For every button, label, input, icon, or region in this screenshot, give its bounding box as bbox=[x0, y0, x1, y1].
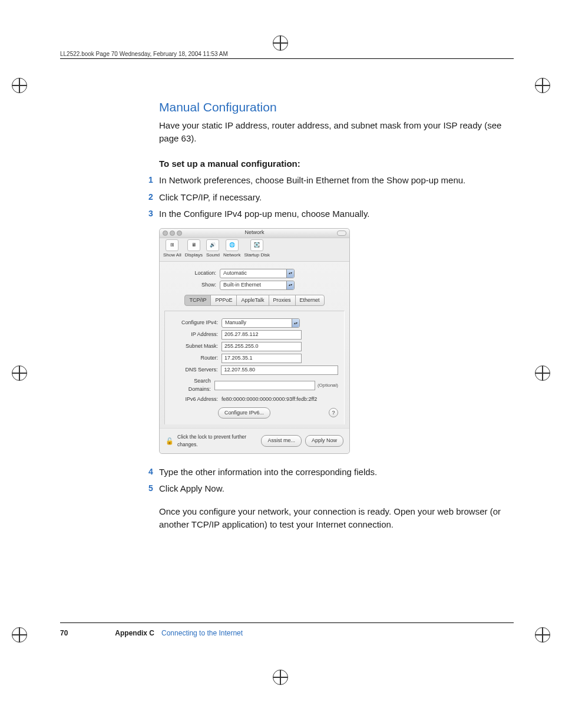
location-label: Location: bbox=[164, 269, 220, 278]
toolbar-sound[interactable]: 🔊Sound bbox=[206, 239, 220, 259]
tab-ethernet[interactable]: Ethernet bbox=[295, 295, 325, 307]
tab-bar: TCP/IP PPPoE AppleTalk Proxies Ethernet bbox=[164, 295, 345, 307]
apply-now-button[interactable]: Apply Now bbox=[305, 435, 343, 447]
step-text: In the Configure IPv4 pop-up menu, choos… bbox=[159, 209, 369, 219]
titlebar: Network bbox=[160, 229, 349, 238]
cropmark-icon bbox=[273, 35, 288, 54]
display-icon: 🖥 bbox=[187, 239, 200, 251]
router-label: Router: bbox=[171, 354, 222, 363]
framemaker-header: LL2522.book Page 70 Wednesday, February … bbox=[60, 51, 228, 57]
optional-label: (Optional) bbox=[318, 382, 338, 389]
chevron-updown-icon: ▴▾ bbox=[286, 281, 294, 289]
step-text: Click TCP/IP, if necessary. bbox=[159, 192, 262, 202]
configure-ipv4-select[interactable]: Manually ▴▾ bbox=[222, 318, 300, 328]
subnet-label: Subnet Mask: bbox=[171, 342, 222, 351]
help-icon[interactable]: ? bbox=[329, 408, 338, 417]
search-domains-field[interactable] bbox=[214, 381, 315, 390]
show-select[interactable]: Built-in Ethernet ▴▾ bbox=[220, 281, 295, 290]
cropmark-icon bbox=[535, 78, 550, 96]
intro-text: Have your static IP address, router addr… bbox=[159, 119, 504, 146]
lock-icon[interactable]: 🔓 bbox=[166, 436, 174, 446]
configure-ipv4-label: Configure IPv4: bbox=[171, 319, 222, 327]
tab-pppoe[interactable]: PPPoE bbox=[210, 295, 237, 307]
prefs-toolbar: ⊞Show All 🖥Displays 🔊Sound 🌐Network 💽Sta… bbox=[160, 238, 349, 262]
show-value: Built-in Ethernet bbox=[223, 281, 261, 289]
appendix-label: Appendix C bbox=[115, 629, 154, 637]
step-3: 3In the Configure IPv4 pop-up menu, choo… bbox=[159, 207, 504, 221]
cropmark-icon bbox=[12, 78, 27, 96]
configure-ipv4-value: Manually bbox=[225, 319, 246, 327]
assist-me-button[interactable]: Assist me... bbox=[261, 435, 302, 447]
page-number: 70 bbox=[60, 629, 68, 637]
toolbar-toggle-icon[interactable] bbox=[337, 230, 346, 236]
dns-label: DNS Servers: bbox=[171, 366, 221, 374]
show-label: Show: bbox=[164, 281, 220, 289]
sound-icon: 🔊 bbox=[206, 239, 219, 251]
cropmark-icon bbox=[12, 627, 27, 645]
cropmark-icon bbox=[535, 365, 550, 384]
network-dialog: Network ⊞Show All 🖥Displays 🔊Sound 🌐Netw… bbox=[159, 228, 350, 454]
toolbar-show-all[interactable]: ⊞Show All bbox=[163, 239, 181, 259]
tab-proxies[interactable]: Proxies bbox=[269, 295, 296, 307]
router-field[interactable]: 17.205.35.1 bbox=[222, 354, 302, 363]
location-select[interactable]: Automatic ▴▾ bbox=[220, 269, 295, 278]
ipv6-value: fe80:0000:0000:0000:0000:93ff:fedb:2ff2 bbox=[222, 396, 317, 404]
step-1: 1In Network preferences, choose Built-in… bbox=[159, 174, 504, 187]
grid-icon: ⊞ bbox=[166, 239, 178, 251]
configure-ipv6-button[interactable]: Configure IPv6... bbox=[218, 407, 270, 419]
dialog-footer: 🔓 Click the lock to prevent further chan… bbox=[160, 428, 349, 453]
chevron-updown-icon: ▴▾ bbox=[286, 269, 294, 278]
window-title: Network bbox=[160, 229, 349, 237]
step-2: 2Click TCP/IP, if necessary. bbox=[159, 191, 504, 205]
tcpip-panel: Configure IPv4: Manually ▴▾ IP Address:2… bbox=[164, 311, 345, 424]
step-text: Click Apply Now. bbox=[159, 483, 224, 493]
closing-text: Once you configure your network, your co… bbox=[159, 505, 504, 532]
toolbar-displays[interactable]: 🖥Displays bbox=[185, 239, 203, 259]
disk-icon: 💽 bbox=[250, 239, 263, 251]
section-heading: Manual Configuration bbox=[159, 98, 504, 117]
cropmark-icon bbox=[535, 627, 550, 645]
ip-address-field[interactable]: 205.27.85.112 bbox=[222, 330, 302, 340]
ip-label: IP Address: bbox=[171, 331, 222, 339]
step-text: In Network preferences, choose Built-in … bbox=[159, 175, 465, 185]
subnet-mask-field[interactable]: 255.255.255.0 bbox=[222, 342, 302, 351]
step-4: 4Type the other information into the cor… bbox=[159, 466, 504, 479]
header-rule bbox=[60, 58, 514, 59]
search-domains-label: Search Domains: bbox=[171, 377, 214, 393]
toolbar-network[interactable]: 🌐Network bbox=[223, 239, 240, 259]
tab-appletalk[interactable]: AppleTalk bbox=[236, 295, 269, 307]
page-footer: 70 Appendix C Connecting to the Internet bbox=[60, 622, 514, 637]
lock-text: Click the lock to prevent further change… bbox=[177, 433, 261, 449]
dns-servers-field[interactable]: 12.207.55.80 bbox=[221, 365, 338, 375]
step-5: 5Click Apply Now. bbox=[159, 482, 504, 496]
toolbar-startup-disk[interactable]: 💽Startup Disk bbox=[244, 239, 270, 259]
chevron-updown-icon: ▴▾ bbox=[292, 319, 299, 327]
cropmark-icon bbox=[273, 670, 288, 688]
chapter-title: Connecting to the Internet bbox=[161, 629, 243, 637]
subheading: To set up a manual configuration: bbox=[159, 157, 504, 171]
tab-tcpip[interactable]: TCP/IP bbox=[184, 295, 211, 307]
ipv6-label: IPv6 Address: bbox=[171, 396, 222, 404]
cropmark-icon bbox=[12, 365, 27, 384]
location-value: Automatic bbox=[223, 269, 247, 278]
globe-icon: 🌐 bbox=[226, 239, 239, 251]
step-text: Type the other information into the corr… bbox=[159, 467, 377, 477]
